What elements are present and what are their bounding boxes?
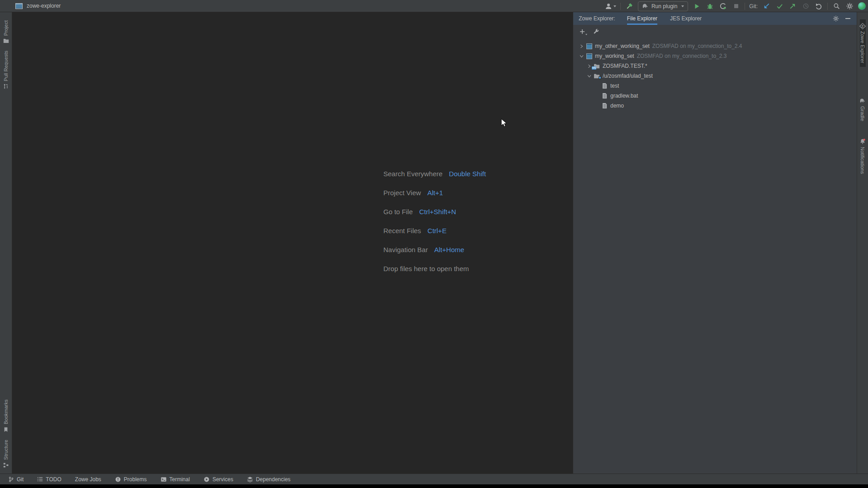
- structure-icon: [3, 462, 9, 468]
- undo-icon: [815, 3, 822, 10]
- services-icon: [203, 476, 210, 483]
- tool-button-bookmarks[interactable]: Bookmarks: [3, 396, 9, 436]
- tree-row[interactable]: demo: [573, 101, 857, 111]
- run-button[interactable]: [692, 2, 701, 11]
- tool-button-project[interactable]: Project: [3, 17, 9, 47]
- mouse-cursor: [501, 118, 507, 127]
- dataset-badge: DS: [592, 66, 596, 70]
- chevron-down-icon[interactable]: [578, 54, 585, 59]
- shortcut-action: Project View: [383, 189, 421, 197]
- panel-title: Zowe Explorer:: [579, 15, 615, 22]
- tree-row[interactable]: /u/zosmfad/ulad_test: [573, 71, 857, 81]
- build-button[interactable]: [625, 2, 634, 11]
- user-icon: [605, 3, 612, 10]
- status-item-terminal[interactable]: Terminal: [160, 476, 190, 483]
- plus-icon: [580, 29, 585, 34]
- working-set-icon: [585, 53, 593, 59]
- shortcut-key: Alt+Home: [434, 246, 464, 253]
- shortcut-line: Go to File Ctrl+Shift+N: [383, 207, 486, 216]
- add-working-set-button[interactable]: [579, 28, 586, 35]
- tool-button-zowe-explorer[interactable]: Z Zowe Explorer: [860, 19, 866, 67]
- status-item-label: Problems: [124, 476, 147, 483]
- status-item-zowe-jobs[interactable]: Zowe Jobs: [75, 476, 101, 483]
- tree-row[interactable]: my_working_set ZOSMFAD on my_connection_…: [573, 51, 857, 61]
- tool-button-label: Bookmarks: [3, 399, 9, 424]
- zowe-icon: Z: [860, 23, 866, 29]
- tool-button-structure[interactable]: Structure: [3, 436, 9, 472]
- uss-badge: [599, 76, 601, 79]
- status-item-todo[interactable]: TODO: [37, 476, 61, 483]
- history-button[interactable]: [801, 2, 810, 11]
- run-configuration-select[interactable]: Run plugin: [638, 1, 688, 11]
- git-push-button[interactable]: [788, 2, 797, 11]
- status-bar: Git TODO Zowe Jobs Problems Terminal Ser…: [0, 474, 868, 484]
- tool-button-notifications[interactable]: Notifications: [859, 135, 866, 178]
- main-area: Project Pull Requests Bookmarks Structur…: [0, 12, 868, 474]
- status-item-dependencies[interactable]: Dependencies: [247, 476, 291, 483]
- run-configuration-label: Run plugin: [651, 3, 677, 9]
- settings-button[interactable]: [845, 2, 854, 11]
- editor-area[interactable]: Search Everywhere Double Shift Project V…: [12, 12, 573, 474]
- tree-row[interactable]: DS ZOSMFAD.TEST.*: [573, 61, 857, 71]
- arrow-down-left-icon: [763, 3, 770, 9]
- chevron-down-icon: [681, 5, 684, 7]
- window-title: zowe-explorer: [27, 3, 61, 9]
- status-item-label: TODO: [46, 476, 61, 483]
- tool-button-label: Structure: [3, 440, 9, 460]
- tab-file-explorer[interactable]: File Explorer: [627, 12, 657, 25]
- chevron-down-icon: [585, 34, 587, 35]
- tree-row[interactable]: gradlew.bat: [573, 91, 857, 101]
- play-icon: [693, 3, 700, 9]
- chevron-down-icon[interactable]: [585, 74, 593, 79]
- git-label: Git:: [749, 3, 758, 9]
- toolbar-separator: [620, 3, 621, 10]
- file-explorer-tree: my_other_working_set ZOSMFAD on my_conne…: [573, 38, 857, 111]
- tree-item-detail: ZOSMFAD on my_connection_to_2.4: [652, 43, 742, 49]
- terminal-icon: [160, 476, 167, 483]
- tree-item-label: ZOSMFAD.TEST.*: [603, 63, 647, 69]
- panel-settings-gear-icon[interactable]: [833, 15, 839, 22]
- debug-button[interactable]: [705, 2, 714, 11]
- hide-panel-icon[interactable]: [845, 18, 850, 19]
- zowe-explorer-panel: Zowe Explorer: File Explorer JES Explore…: [573, 12, 857, 474]
- status-item-label: Git: [17, 476, 24, 483]
- empty-editor-shortcuts: Search Everywhere Double Shift Project V…: [383, 169, 486, 283]
- clock-icon: [802, 3, 809, 9]
- check-icon: [776, 3, 783, 9]
- tree-item-label: demo: [610, 103, 624, 109]
- gradle-icon: [859, 98, 866, 104]
- status-item-services[interactable]: Services: [203, 476, 233, 483]
- tab-jes-explorer[interactable]: JES Explorer: [670, 12, 702, 25]
- chevron-down-icon: [613, 5, 616, 7]
- status-item-problems[interactable]: Problems: [115, 476, 147, 483]
- git-commit-button[interactable]: [775, 2, 784, 11]
- hammer-icon: [626, 3, 633, 10]
- status-item-git[interactable]: Git: [8, 476, 24, 483]
- shortcut-action: Navigation Bar: [383, 246, 428, 253]
- profiler-button[interactable]: [718, 2, 727, 11]
- user-avatar[interactable]: [858, 2, 866, 10]
- rollback-button[interactable]: [814, 2, 823, 11]
- git-update-button[interactable]: [762, 2, 771, 11]
- tree-item-label: my_other_working_set: [595, 43, 650, 49]
- tree-row[interactable]: test: [573, 81, 857, 91]
- stop-button[interactable]: [731, 2, 741, 11]
- tree-row[interactable]: my_other_working_set ZOSMFAD on my_conne…: [573, 41, 857, 51]
- wrench-icon[interactable]: [593, 28, 599, 35]
- tool-button-label: Notifications: [860, 147, 865, 174]
- layers-icon: [247, 476, 253, 483]
- tool-button-pull-requests[interactable]: Pull Requests: [3, 47, 9, 93]
- tool-button-label: Gradle: [860, 106, 865, 121]
- drop-files-hint: Drop files here to open them: [383, 264, 486, 273]
- shortcut-key: Ctrl+E: [428, 227, 447, 235]
- user-account-button[interactable]: [605, 2, 616, 11]
- search-everywhere-button[interactable]: [832, 2, 841, 11]
- tool-button-gradle[interactable]: Gradle: [859, 94, 866, 125]
- bottom-black-strip: [0, 484, 868, 488]
- shortcut-action: Recent Files: [383, 227, 421, 235]
- toolbar-separator: [745, 3, 745, 10]
- bell-icon: [859, 138, 866, 145]
- chevron-right-icon[interactable]: [578, 44, 585, 49]
- tool-button-label: Project: [3, 20, 9, 36]
- file-icon: [601, 103, 608, 109]
